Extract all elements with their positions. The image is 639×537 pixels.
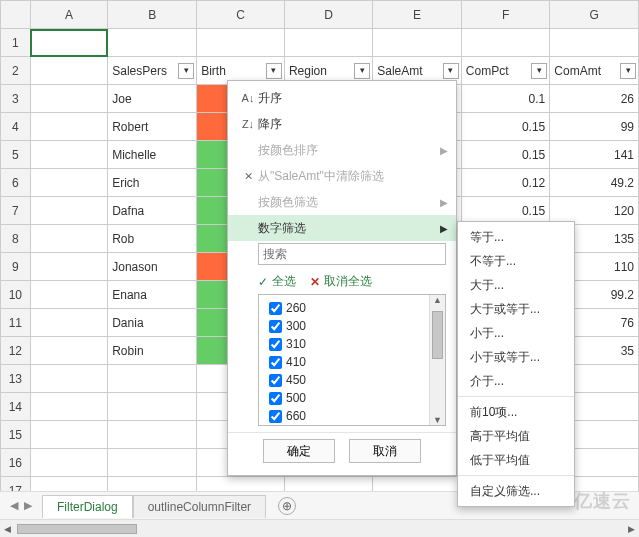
horizontal-scrollbar[interactable]: ◀ ▶	[0, 519, 639, 537]
deselect-all-link[interactable]: 取消全选	[324, 273, 372, 290]
filter-value-item[interactable]: 800	[259, 425, 429, 426]
cell[interactable]	[30, 421, 108, 449]
row-header[interactable]: 16	[1, 449, 31, 477]
submenu-gte[interactable]: 大于或等于...	[458, 297, 574, 321]
cell-name[interactable]: Erich	[108, 169, 197, 197]
cell-compct[interactable]: 0.12	[461, 169, 549, 197]
cancel-button[interactable]: 取消	[349, 439, 421, 463]
row-header[interactable]: 3	[1, 85, 31, 113]
row-header[interactable]: 11	[1, 309, 31, 337]
cell[interactable]	[30, 197, 108, 225]
cell[interactable]	[284, 29, 372, 57]
submenu-custom[interactable]: 自定义筛选...	[458, 479, 574, 503]
cell[interactable]	[108, 365, 197, 393]
filter-button-salespers[interactable]: ▾	[178, 63, 194, 79]
select-all-link[interactable]: 全选	[272, 273, 296, 290]
scroll-right-icon[interactable]: ▶	[628, 524, 635, 534]
tab-nav-first-icon[interactable]: ◀	[10, 499, 18, 512]
submenu-above-avg[interactable]: 高于平均值	[458, 424, 574, 448]
cell-comamt[interactable]: 99	[550, 113, 639, 141]
filter-value-item[interactable]: 660	[259, 407, 429, 425]
filter-value-checkbox[interactable]	[269, 392, 282, 405]
select-all-corner[interactable]	[1, 1, 31, 29]
filter-button-saleamt[interactable]: ▾	[443, 63, 459, 79]
col-header-E[interactable]: E	[373, 1, 462, 29]
row-header[interactable]: 6	[1, 169, 31, 197]
cell-comamt[interactable]: 141	[550, 141, 639, 169]
cell-compct[interactable]: 0.15	[461, 113, 549, 141]
row-header[interactable]: 5	[1, 141, 31, 169]
cell[interactable]	[108, 421, 197, 449]
cell[interactable]	[108, 449, 197, 477]
filter-value-item[interactable]: 310	[259, 335, 429, 353]
sheet-tab-filterdialog[interactable]: FilterDialog	[42, 495, 133, 518]
submenu-lte[interactable]: 小于或等于...	[458, 345, 574, 369]
filter-value-item[interactable]: 260	[259, 299, 429, 317]
col-header-D[interactable]: D	[284, 1, 372, 29]
filter-button-region[interactable]: ▾	[354, 63, 370, 79]
cell[interactable]	[30, 169, 108, 197]
row-header[interactable]: 4	[1, 113, 31, 141]
row-header[interactable]: 14	[1, 393, 31, 421]
row-header[interactable]: 9	[1, 253, 31, 281]
cell[interactable]	[30, 253, 108, 281]
cell[interactable]	[30, 337, 108, 365]
cell-name[interactable]: Jonason	[108, 253, 197, 281]
col-header-B[interactable]: B	[108, 1, 197, 29]
row-header[interactable]: 1	[1, 29, 31, 57]
filter-value-item[interactable]: 300	[259, 317, 429, 335]
tab-nav-next-icon[interactable]: ▶	[24, 499, 32, 512]
cell[interactable]	[30, 281, 108, 309]
cell-compct[interactable]: 0.1	[461, 85, 549, 113]
header-compct[interactable]: ComPct ▾	[461, 57, 549, 85]
submenu-gt[interactable]: 大于...	[458, 273, 574, 297]
active-cell-A1[interactable]	[30, 29, 108, 57]
filter-value-checkbox[interactable]	[269, 302, 282, 315]
row-header[interactable]: 2	[1, 57, 31, 85]
filter-value-item[interactable]: 450	[259, 371, 429, 389]
filter-value-checkbox[interactable]	[269, 320, 282, 333]
cell-name[interactable]: Robin	[108, 337, 197, 365]
sheet-tab-outlinecolumnfilter[interactable]: outlineColumnFilter	[133, 495, 266, 518]
filter-value-item[interactable]: 500	[259, 389, 429, 407]
filter-button-compct[interactable]: ▾	[531, 63, 547, 79]
filter-value-checkbox[interactable]	[269, 374, 282, 387]
cell[interactable]	[108, 393, 197, 421]
cell-name[interactable]: Dafna	[108, 197, 197, 225]
cell-name[interactable]: Joe	[108, 85, 197, 113]
cell[interactable]	[461, 29, 549, 57]
submenu-between[interactable]: 介于...	[458, 369, 574, 393]
cell[interactable]	[30, 365, 108, 393]
cell[interactable]	[30, 393, 108, 421]
list-scrollbar[interactable]: ▲ ▼	[429, 295, 445, 425]
scroll-left-icon[interactable]: ◀	[4, 524, 11, 534]
cell[interactable]	[30, 449, 108, 477]
row-header[interactable]: 13	[1, 365, 31, 393]
cell-name[interactable]: Enana	[108, 281, 197, 309]
row-header[interactable]: 7	[1, 197, 31, 225]
menu-sort-asc[interactable]: A↓ 升序	[228, 85, 456, 111]
menu-number-filter[interactable]: 数字筛选 ▶	[228, 215, 456, 241]
menu-sort-desc[interactable]: Z↓ 降序	[228, 111, 456, 137]
cell[interactable]	[30, 57, 108, 85]
row-header[interactable]: 10	[1, 281, 31, 309]
row-header[interactable]: 15	[1, 421, 31, 449]
scrollbar-thumb[interactable]	[432, 311, 443, 359]
filter-value-checkbox[interactable]	[269, 356, 282, 369]
cell-name[interactable]: Michelle	[108, 141, 197, 169]
cell[interactable]	[30, 225, 108, 253]
filter-search-input[interactable]	[258, 243, 446, 265]
submenu-top10[interactable]: 前10项...	[458, 400, 574, 424]
filter-button-comamt[interactable]: ▾	[620, 63, 636, 79]
filter-value-item[interactable]: 410	[259, 353, 429, 371]
header-salespers[interactable]: SalesPers ▾	[108, 57, 197, 85]
cell[interactable]	[30, 309, 108, 337]
scroll-down-icon[interactable]: ▼	[433, 415, 442, 425]
col-header-G[interactable]: G	[550, 1, 639, 29]
submenu-lt[interactable]: 小于...	[458, 321, 574, 345]
submenu-below-avg[interactable]: 低于平均值	[458, 448, 574, 472]
cell-name[interactable]: Robert	[108, 113, 197, 141]
cell-compct[interactable]: 0.15	[461, 141, 549, 169]
filter-button-birth[interactable]: ▾	[266, 63, 282, 79]
cell-comamt[interactable]: 49.2	[550, 169, 639, 197]
